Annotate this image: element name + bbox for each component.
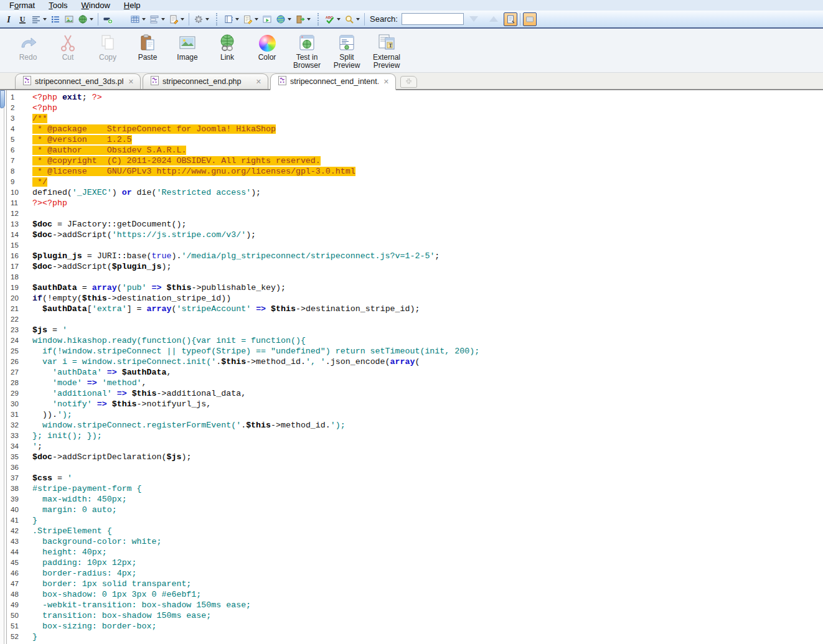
code-line: border-radius: 4px; [32,568,823,579]
new-tab-button[interactable] [400,76,417,88]
find-icon [344,14,354,24]
highlight-results-toggle[interactable] [504,12,517,26]
code-line: * @copyright (C) 2011-2024 OBSIDEV. All … [32,156,823,166]
link-button[interactable]: Link [207,29,247,62]
code-line: $authData = array('pub' => $this->publis… [32,282,823,293]
line-number: 10 [7,187,32,198]
align-button[interactable] [29,12,49,26]
code-line: $plugin_js = JURI::base(true).'/media/pl… [32,251,823,261]
redo-icon [18,32,38,54]
line-number: 5 [7,134,32,145]
arrow-up-icon [489,16,498,22]
close-icon[interactable]: ✕ [255,77,263,86]
code-line: <?php exit; ?> [32,92,823,103]
toolbar-button-label: Split Preview [327,54,367,70]
export-icon [295,14,305,24]
line-number: 12 [7,208,32,219]
chevron-down-icon [161,18,165,21]
export-button[interactable] [293,12,313,26]
line-number: 46 [7,568,32,579]
svg-text:U: U [20,14,26,23]
spellcheck-button[interactable]: ABC [323,12,342,26]
test-in-browser-button[interactable]: Test in Browser [287,29,327,70]
open-window-button[interactable] [260,12,274,26]
chevron-down-icon [337,18,341,21]
insert-media-button[interactable] [76,12,95,26]
browser-button[interactable] [274,12,293,26]
menu-item-format[interactable]: Format [2,0,42,11]
code-editor[interactable]: 1234567891011121314151617181920212223242… [0,90,823,644]
results-panel-toggle[interactable] [523,12,537,26]
split-preview-button[interactable]: Split Preview [327,29,367,70]
redo-button: Redo [8,29,48,62]
line-number: 24 [7,335,32,346]
code-line [32,462,823,473]
image-button[interactable]: Image [167,29,207,62]
line-number: 16 [7,251,32,261]
menu-item-window[interactable]: Window [75,0,117,11]
chevron-down-icon [288,18,291,21]
tab-stripeconnect_end.php[interactable]: stripeconnect_end.php✕ [143,73,268,89]
search-next-button[interactable] [464,12,484,26]
code-line: } [32,515,823,526]
line-number: 21 [7,304,32,314]
line-number: 40 [7,505,32,515]
plus-icon [405,77,413,88]
find-button[interactable] [342,12,362,26]
globe-icon [276,14,286,24]
external-preview-icon: T [377,32,397,54]
collapsed-panel-splitter[interactable] [0,90,7,644]
color-picker-button[interactable] [115,12,128,26]
insert-rule-button[interactable] [101,12,115,26]
line-number: 36 [7,462,32,473]
paste-button[interactable]: Paste [128,29,167,62]
close-icon[interactable]: ✕ [382,77,390,86]
notes-icon [243,14,253,24]
code-line: if(!empty($this->destination_stripe_id)) [32,293,823,304]
settings-button[interactable] [192,12,211,26]
code-line: padding: 10px 12px; [32,558,823,568]
close-icon[interactable]: ✕ [127,77,135,86]
tab-stripeconnect_end_intent.php[interactable]: stripeconnect_end_intent.php✕ [270,73,396,90]
search-prev-button[interactable] [484,12,504,26]
line-number: 49 [7,600,32,610]
tab-stripeconnect_end_3ds.php[interactable]: stripeconnect_end_3ds.php✕ [15,73,141,89]
window-run-icon [262,14,272,24]
code-line: */ [32,177,823,187]
toolbar-grip-handle[interactable] [216,13,218,26]
edit-document-button[interactable] [167,12,186,26]
tab-label: stripeconnect_end_intent.php [290,77,379,86]
form-icon [149,14,159,24]
notes-button[interactable] [241,12,260,26]
underline-button[interactable]: U [16,12,29,26]
toolbar-separator [364,13,365,26]
menu-item-help[interactable]: Help [117,0,148,11]
line-number: 19 [7,282,32,293]
insert-table-button[interactable] [128,12,148,26]
line-number: 51 [7,621,32,632]
insert-image-button[interactable] [62,12,76,26]
insert-form-button[interactable] [148,12,167,26]
search-input[interactable] [402,13,464,25]
code-line: max-width: 450px; [32,494,823,505]
code-text-area[interactable]: <?php exit; ?><?php/** * @package Stripe… [32,90,823,644]
line-number: 34 [7,441,32,452]
code-line: * @author Obsidev S.A.R.L. [32,145,823,156]
snippets-button[interactable] [222,12,241,26]
menu-item-tools[interactable]: Tools [42,0,74,11]
external-preview-button[interactable]: TExternal Preview [367,29,407,70]
tab-bar: stripeconnect_end_3ds.php✕stripeconnect_… [0,73,823,90]
code-line: )).'); [32,409,823,420]
code-line: } [32,632,823,642]
code-line: 'notify' => $this->notifyurl_js, [32,399,823,409]
code-line: background-color: white; [32,536,823,547]
italic-button[interactable]: I [2,12,16,26]
underline-icon: U [17,14,27,24]
splitter-grab-handle[interactable] [0,90,5,108]
toolbar-button-label: Cut [62,54,74,62]
color-button[interactable]: Color [247,29,287,62]
line-number: 32 [7,420,32,431]
code-line [32,314,823,325]
list-button[interactable] [49,12,62,26]
toolbar-grip-handle[interactable] [317,13,319,26]
